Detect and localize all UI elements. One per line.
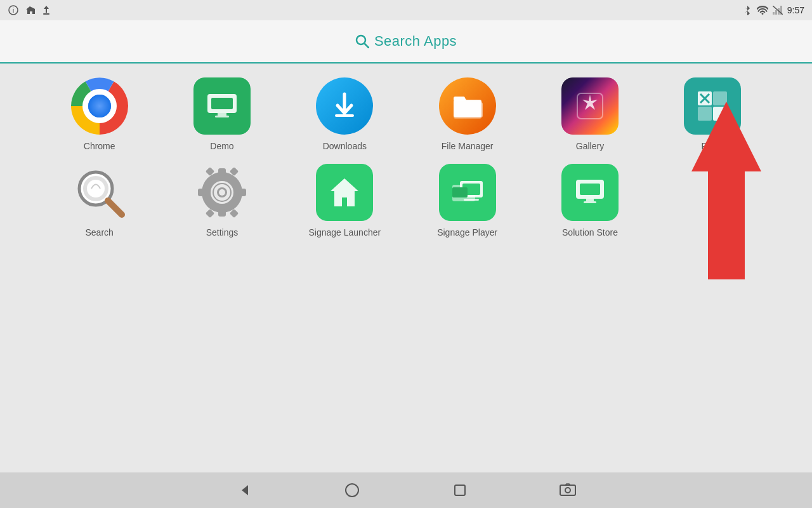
back-button[interactable] [230,476,258,504]
apps-grid: Chrome Demo [0,65,812,472]
status-right-icons: 9:57 [742,4,804,16]
app-downloads[interactable]: Downloads [284,77,406,151]
svg-point-13 [88,95,111,117]
arrow-body [708,171,745,279]
file-manager-label: File Manager [442,141,494,151]
info-icon: i [8,4,19,16]
svg-rect-43 [198,189,206,196]
signal-icon [772,4,783,16]
search-app-label: Search [85,227,113,237]
signage-player-label: Signage Player [437,227,497,237]
time-display: 9:57 [787,5,804,15]
status-bar: i [0,0,812,20]
solution-store-icon-wrapper [561,164,619,221]
app-gallery[interactable]: Gallery [528,77,651,151]
svg-rect-59 [580,184,600,195]
arrow-head [691,102,761,171]
search-app-icon-wrapper [71,164,128,221]
svg-rect-25 [454,100,481,117]
svg-rect-42 [239,189,246,196]
svg-point-37 [87,180,105,197]
svg-point-51 [219,189,225,196]
downloads-label: Downloads [323,141,367,151]
svg-rect-2 [43,13,49,15]
demo-icon [205,89,239,123]
recents-button[interactable] [446,476,474,504]
app-settings[interactable]: Settings [160,164,283,237]
svg-rect-65 [560,485,575,495]
gallery-icon-wrapper [561,77,619,135]
red-arrow [691,102,761,279]
signage-player-icon [450,175,485,210]
search-bar-container[interactable]: Search Apps [0,20,812,64]
screenshot-button[interactable] [554,476,582,504]
svg-text:i: i [13,7,14,14]
svg-rect-15 [211,98,233,109]
app-search[interactable]: Search [38,164,160,237]
app-solution-store[interactable]: Solution Store [528,164,651,237]
svg-rect-64 [455,485,465,495]
gallery-label: Gallery [576,141,604,151]
svg-marker-62 [242,485,248,495]
solution-store-icon [572,175,608,210]
home-icon [24,4,36,16]
downloads-icon [327,89,362,123]
svg-point-66 [565,488,570,493]
wifi-icon [757,4,768,16]
status-left-icons: i [8,4,52,16]
svg-rect-3 [773,12,775,15]
demo-icon-wrapper [193,77,251,135]
search-bar-icon [355,34,369,48]
svg-rect-55 [464,199,479,201]
settings-icon [197,167,247,218]
svg-marker-28 [582,95,598,110]
search-bar-label: Search Apps [374,33,457,50]
app-signage-player[interactable]: Signage Player [406,164,528,237]
upload-icon [41,4,52,16]
file-manager-icon-wrapper [439,77,496,135]
app-chrome[interactable]: Chrome [38,77,160,151]
chrome-label: Chrome [84,141,115,151]
svg-rect-19 [335,114,354,117]
app-signage-launcher[interactable]: Signage Launcher [284,164,406,237]
signage-launcher-icon-wrapper [316,164,373,221]
svg-line-9 [364,44,369,48]
svg-rect-60 [586,199,594,201]
solution-store-label: Solution Store [562,227,618,237]
svg-rect-17 [215,116,229,117]
svg-rect-26 [454,97,465,101]
signage-launcher-label: Signage Launcher [308,227,381,237]
gallery-icon [572,88,608,124]
svg-rect-61 [584,201,596,203]
svg-rect-16 [218,113,226,116]
svg-line-38 [108,201,122,215]
bluetooth-icon [742,4,753,16]
home-button[interactable] [338,476,366,504]
svg-rect-41 [218,209,226,217]
signage-player-icon-wrapper [439,164,496,221]
settings-label: Settings [206,227,239,237]
app-demo[interactable]: Demo [160,77,283,151]
downloads-icon-wrapper [316,77,373,135]
chrome-icon-wrapper [71,77,128,135]
settings-icon-wrapper [193,164,251,221]
file-manager-icon [450,88,485,124]
svg-point-63 [346,484,358,497]
nav-bar [0,472,812,508]
search-bar[interactable]: Search Apps [355,33,457,50]
svg-rect-57 [452,187,468,197]
app-file-manager[interactable]: File Manager [406,77,528,151]
svg-rect-4 [775,10,777,15]
svg-marker-52 [331,178,358,206]
signage-launcher-icon [327,175,362,210]
demo-label: Demo [210,141,233,151]
search-app-icon [74,166,126,218]
svg-rect-40 [218,168,226,176]
